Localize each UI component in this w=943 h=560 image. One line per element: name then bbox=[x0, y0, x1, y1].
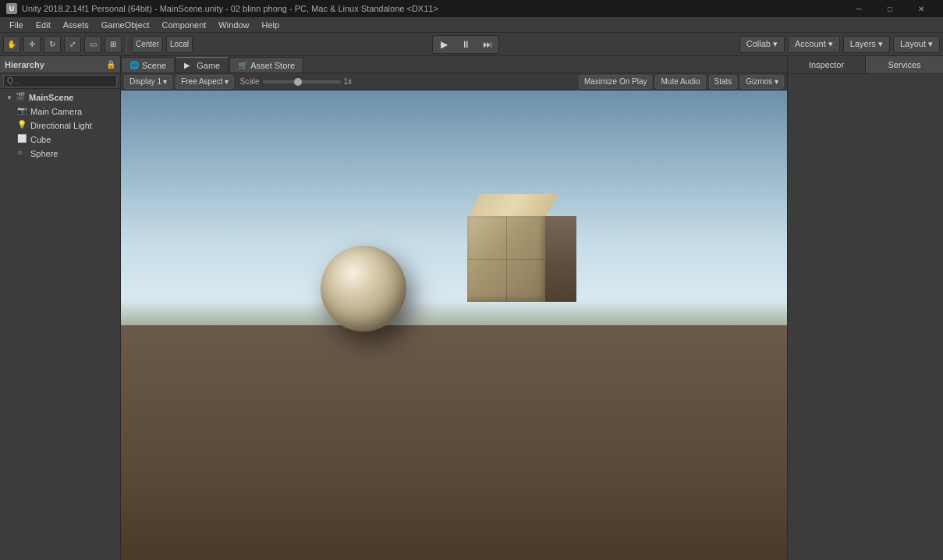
layers-button[interactable]: Layers ▾ bbox=[843, 36, 890, 53]
local-button[interactable]: Local bbox=[166, 36, 193, 53]
title-text: Unity 2018.2.14f1 Personal (64bit) - Mai… bbox=[22, 4, 438, 13]
menu-edit[interactable]: Edit bbox=[30, 17, 57, 33]
hierarchy-item-cube[interactable]: ⬜ Cube bbox=[0, 133, 120, 147]
menu-gameobject[interactable]: GameObject bbox=[95, 17, 156, 33]
menu-bar: File Edit Assets GameObject Component Wi… bbox=[0, 17, 943, 33]
collab-label: Collab ▾ bbox=[746, 39, 778, 49]
toolbar: ✋ ✛ ↻ ⤢ ▭ ⊞ Center Local ▶ ⏸ ⏭ Collab ▾ … bbox=[0, 33, 943, 56]
aspect-button[interactable]: Free Aspect ▾ bbox=[175, 75, 233, 89]
menu-window[interactable]: Window bbox=[212, 17, 255, 33]
rect-tool-button[interactable]: ▭ bbox=[84, 36, 101, 53]
hierarchy-item-directional-light[interactable]: 💡 Directional Light bbox=[0, 119, 120, 133]
layout-button[interactable]: Layout ▾ bbox=[893, 36, 940, 53]
inspector-tabs: Inspector Services bbox=[788, 56, 943, 74]
services-tab-label: Services bbox=[888, 60, 920, 69]
scene-label: MainScene bbox=[29, 93, 73, 102]
aspect-label: Free Aspect bbox=[181, 77, 222, 86]
hierarchy-item-sphere[interactable]: ○ Sphere bbox=[0, 147, 120, 161]
scale-text: Scale bbox=[240, 77, 260, 86]
layout-label: Layout ▾ bbox=[900, 39, 933, 49]
inspector-tab-label: Inspector bbox=[809, 60, 844, 69]
menu-file[interactable]: File bbox=[3, 17, 30, 33]
rotate-tool-button[interactable]: ↻ bbox=[44, 36, 61, 53]
game-viewport bbox=[121, 90, 787, 560]
display-arrow: ▾ bbox=[163, 77, 167, 86]
title-bar: U Unity 2018.2.14f1 Personal (64bit) - M… bbox=[0, 0, 943, 17]
cube-top-face bbox=[467, 194, 558, 218]
menu-assets[interactable]: Assets bbox=[57, 17, 95, 33]
stats-button[interactable]: Stats bbox=[709, 75, 738, 89]
hierarchy-item-main-camera[interactable]: 📷 Main Camera bbox=[0, 105, 120, 119]
store-tab-label: Asset Store bbox=[250, 61, 295, 70]
light-label: Directional Light bbox=[30, 121, 92, 130]
hierarchy-title: Hierarchy bbox=[5, 60, 44, 69]
game-tab-label: Game bbox=[197, 61, 220, 70]
layers-label: Layers ▾ bbox=[850, 39, 883, 49]
hierarchy-content: ▼ 🎬 MainScene 📷 Main Camera 💡 Directiona… bbox=[0, 89, 120, 560]
scene-arrow: ▼ bbox=[6, 94, 14, 101]
cube-icon: ⬜ bbox=[17, 134, 28, 145]
cube-object bbox=[467, 208, 580, 321]
display-label: Display 1 bbox=[129, 77, 161, 86]
viewport-toolbar: Display 1 ▾ Free Aspect ▾ Scale 1x Maxim… bbox=[121, 73, 787, 90]
collab-button[interactable]: Collab ▾ bbox=[739, 36, 785, 53]
ground-background bbox=[121, 325, 787, 560]
main-layout: Hierarchy 🔒 ▼ 🎬 MainScene 📷 Main Camera … bbox=[0, 56, 943, 560]
app-icon: U bbox=[6, 3, 17, 14]
minimize-button[interactable]: ─ bbox=[843, 0, 874, 17]
camera-icon: 📷 bbox=[17, 106, 28, 117]
game-tab-icon: ▶ bbox=[184, 61, 193, 70]
center-button[interactable]: Center bbox=[132, 36, 163, 53]
play-controls: ▶ ⏸ ⏭ bbox=[432, 35, 499, 54]
maximize-button[interactable]: □ bbox=[874, 0, 906, 17]
scene-tab-label: Scene bbox=[142, 61, 166, 70]
sphere-object bbox=[321, 246, 406, 331]
scale-tool-button[interactable]: ⤢ bbox=[64, 36, 81, 53]
window-controls: ─ □ ✕ bbox=[843, 0, 937, 17]
mute-audio-button[interactable]: Mute Audio bbox=[655, 75, 705, 89]
menu-help[interactable]: Help bbox=[255, 17, 285, 33]
hierarchy-search-bar bbox=[0, 73, 120, 89]
aspect-arrow: ▾ bbox=[225, 77, 229, 86]
viewport-tabs-row: 🌐 Scene ▶ Game 🛒 Asset Store bbox=[121, 56, 787, 73]
center-area: 🌐 Scene ▶ Game 🛒 Asset Store Display 1 ▾… bbox=[121, 56, 787, 560]
inspector-content bbox=[788, 74, 943, 560]
tab-asset-store[interactable]: 🛒 Asset Store bbox=[229, 57, 303, 73]
transform-tool-button[interactable]: ⊞ bbox=[105, 36, 122, 53]
tab-scene[interactable]: 🌐 Scene bbox=[121, 57, 175, 73]
camera-label: Main Camera bbox=[30, 107, 82, 116]
hand-tool-button[interactable]: ✋ bbox=[3, 36, 20, 53]
close-button[interactable]: ✕ bbox=[906, 0, 937, 17]
hierarchy-header: Hierarchy 🔒 bbox=[0, 56, 120, 73]
play-button[interactable]: ▶ bbox=[434, 37, 454, 52]
step-button[interactable]: ⏭ bbox=[477, 37, 498, 52]
display-button[interactable]: Display 1 ▾ bbox=[124, 75, 172, 89]
pause-button[interactable]: ⏸ bbox=[456, 37, 476, 52]
cube-front-face bbox=[467, 216, 545, 302]
sphere-icon: ○ bbox=[17, 148, 28, 159]
tab-game[interactable]: ▶ Game bbox=[175, 57, 229, 73]
vp-right-buttons: Maximize On Play Mute Audio Stats Gizmos… bbox=[579, 75, 784, 89]
tab-services[interactable]: Services bbox=[866, 56, 943, 73]
hierarchy-item-mainscene[interactable]: ▼ 🎬 MainScene bbox=[0, 90, 120, 105]
scale-slider[interactable] bbox=[263, 80, 341, 83]
account-button[interactable]: Account ▾ bbox=[788, 36, 840, 53]
inspector-panel: Inspector Services bbox=[787, 56, 943, 560]
hierarchy-search-input[interactable] bbox=[3, 75, 117, 87]
scene-tab-icon: 🌐 bbox=[129, 61, 139, 70]
gizmos-button[interactable]: Gizmos ▾ bbox=[740, 75, 784, 89]
maximize-on-play-button[interactable]: Maximize On Play bbox=[579, 75, 653, 89]
hierarchy-lock-button[interactable]: 🔒 bbox=[106, 60, 115, 69]
hierarchy-panel: Hierarchy 🔒 ▼ 🎬 MainScene 📷 Main Camera … bbox=[0, 56, 121, 560]
menu-component[interactable]: Component bbox=[155, 17, 212, 33]
scale-value: 1x bbox=[344, 77, 353, 86]
toolbar-separator-1 bbox=[126, 36, 127, 53]
tab-inspector[interactable]: Inspector bbox=[788, 56, 866, 73]
store-tab-icon: 🛒 bbox=[238, 61, 247, 70]
light-icon: 💡 bbox=[17, 120, 28, 131]
sphere-label: Sphere bbox=[30, 149, 58, 158]
move-tool-button[interactable]: ✛ bbox=[23, 36, 41, 53]
account-label: Account ▾ bbox=[795, 39, 833, 49]
cube-label: Cube bbox=[30, 135, 51, 144]
scene-icon: 🎬 bbox=[16, 92, 27, 103]
